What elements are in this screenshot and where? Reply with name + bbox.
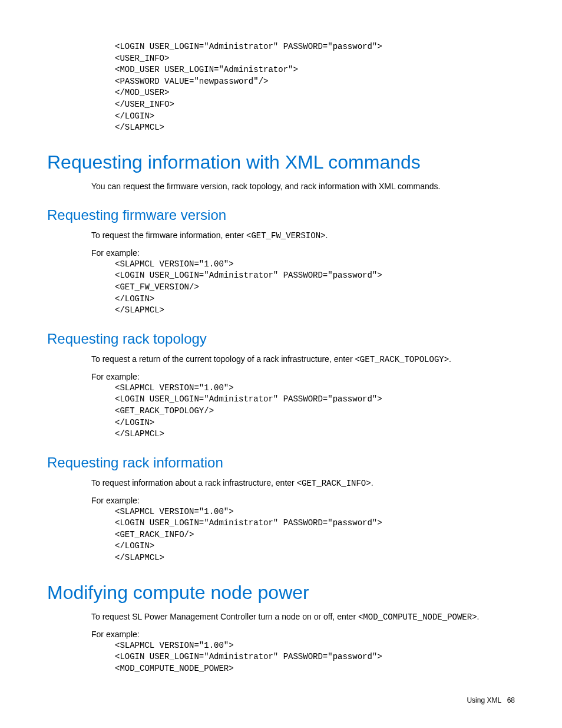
for-example-topology: For example:	[91, 372, 515, 381]
inline-code-fw: <GET_FW_VERSION>	[246, 231, 325, 241]
para-compute-post: .	[477, 612, 480, 621]
heading-modifying-compute-node: Modifying compute node power	[47, 582, 515, 604]
para-topology: To request a return of the current topol…	[91, 353, 515, 366]
heading-firmware-version: Requesting firmware version	[47, 207, 515, 223]
code-block-top: <LOGIN USER_LOGIN="Administrator" PASSWO…	[115, 41, 515, 134]
code-block-fw: <SLAPMCL VERSION="1.00"> <LOGIN USER_LOG…	[115, 259, 515, 317]
para-firmware-pre: To request the firmware information, ent…	[91, 230, 246, 240]
code-block-topology: <SLAPMCL VERSION="1.00"> <LOGIN USER_LOG…	[115, 383, 515, 440]
inline-code-rackinfo: <GET_RACK_INFO>	[297, 479, 371, 488]
for-example-rackinfo: For example:	[91, 496, 515, 505]
para-rackinfo: To request information about a rack infr…	[91, 477, 515, 490]
heading-rack-topology: Requesting rack topology	[47, 331, 515, 347]
para-rackinfo-pre: To request information about a rack infr…	[91, 478, 297, 487]
for-example-compute: For example:	[91, 630, 515, 639]
para-firmware-post: .	[325, 230, 328, 240]
code-block-rackinfo: <SLAPMCL VERSION="1.00"> <LOGIN USER_LOG…	[115, 506, 515, 564]
para-requesting-info: You can request the firmware version, ra…	[91, 180, 515, 193]
inline-code-topology: <GET_RACK_TOPOLOGY>	[355, 355, 449, 364]
para-rackinfo-post: .	[371, 478, 373, 487]
para-topology-pre: To request a return of the current topol…	[91, 354, 355, 364]
para-compute-node: To request SL Power Management Controlle…	[91, 611, 515, 624]
para-firmware: To request the firmware information, ent…	[91, 229, 515, 242]
inline-code-compute: <MOD_COMPUTE_NODE_POWER>	[358, 612, 477, 622]
for-example-fw: For example:	[91, 248, 515, 258]
heading-requesting-info-xml: Requesting information with XML commands	[47, 151, 515, 173]
code-block-compute: <SLAPMCL VERSION="1.00"> <LOGIN USER_LOG…	[115, 640, 515, 675]
footer-section: Using XML	[467, 696, 501, 704]
para-compute-pre: To request SL Power Management Controlle…	[91, 612, 358, 621]
heading-rack-info: Requesting rack information	[47, 454, 515, 471]
footer-page-number: 68	[507, 696, 515, 704]
page-footer: Using XML 68	[467, 696, 515, 704]
para-topology-post: .	[449, 354, 451, 364]
